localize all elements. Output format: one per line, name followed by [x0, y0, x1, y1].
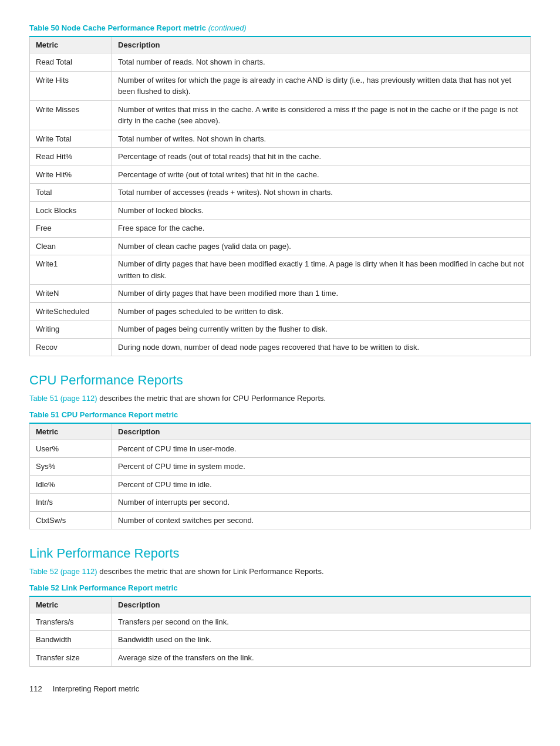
description-cell: Percentage of write (out of total writes… [112, 166, 531, 184]
table50-title: Table 50 Node Cache Performance Report m… [29, 23, 531, 32]
description-cell: Number of interrupts per second. [112, 494, 531, 512]
table-row: Intr/sNumber of interrupts per second. [30, 494, 531, 512]
table-row: Read TotalTotal number of reads. Not sho… [30, 53, 531, 72]
metric-cell: Write Hit% [30, 166, 112, 184]
table52: Metric Description Transfers/sTransfers … [29, 596, 531, 667]
description-cell: During node down, number of dead node pa… [112, 338, 531, 356]
metric-cell: Total [30, 184, 112, 202]
table-row: Sys%Percent of CPU time in system mode. [30, 458, 531, 476]
table51-title: Table 51 CPU Performance Report metric [29, 410, 531, 419]
description-cell: Percentage of reads (out of total reads)… [112, 148, 531, 166]
link-intro: Table 52 (page 112) describes the metric… [29, 566, 531, 578]
metric-cell: Transfer size [30, 649, 112, 667]
table-row: TotalTotal number of accesses (reads + w… [30, 184, 531, 202]
table51: Metric Description User%Percent of CPU t… [29, 423, 531, 530]
table51-col-description: Description [112, 423, 531, 440]
metric-cell: Sys% [30, 458, 112, 476]
description-cell: Free space for the cache. [112, 220, 531, 238]
metric-cell: Read Total [30, 53, 112, 72]
table52-title: Table 52 Link Performance Report metric [29, 583, 531, 592]
metric-cell: Read Hit% [30, 148, 112, 166]
metric-cell: Bandwidth [30, 631, 112, 649]
description-cell: Bandwidth used on the link. [112, 631, 531, 649]
table-row: Write HitsNumber of writes for which the… [30, 71, 531, 100]
table-row: Lock BlocksNumber of locked blocks. [30, 201, 531, 220]
description-cell: Transfers per second on the link. [112, 613, 531, 631]
description-cell: Number of pages scheduled to be written … [112, 302, 531, 320]
cpu-section-heading: CPU Performance Reports [29, 373, 531, 388]
table-row: WriteScheduledNumber of pages scheduled … [30, 302, 531, 320]
table-row: WriteNNumber of dirty pages that have be… [30, 285, 531, 303]
cpu-intro-link[interactable]: Table 51 (page 112) [29, 394, 97, 403]
metric-cell: Recov [30, 338, 112, 356]
table50-col-metric: Metric [30, 36, 112, 53]
description-cell: Number of context switches per second. [112, 511, 531, 529]
metric-cell: Intr/s [30, 494, 112, 512]
table-row: RecovDuring node down, number of dead no… [30, 338, 531, 356]
metric-cell: CtxtSw/s [30, 511, 112, 529]
table-row: Read Hit%Percentage of reads (out of tot… [30, 148, 531, 166]
table-row: Transfers/sTransfers per second on the l… [30, 613, 531, 631]
metric-cell: Writing [30, 320, 112, 339]
metric-cell: Clean [30, 237, 112, 255]
table-row: Write TotalTotal number of writes. Not s… [30, 130, 531, 148]
cpu-intro: Table 51 (page 112) describes the metric… [29, 393, 531, 404]
table-row: Write1Number of dirty pages that have be… [30, 255, 531, 285]
metric-cell: Free [30, 220, 112, 238]
page-number: 112 [29, 684, 42, 693]
description-cell: Number of dirty pages that have been mod… [112, 255, 531, 285]
description-cell: Total number of accesses (reads + writes… [112, 184, 531, 202]
table-row: Transfer sizeAverage size of the transfe… [30, 649, 531, 667]
description-cell: Number of dirty pages that have been mod… [112, 285, 531, 303]
description-cell: Percent of CPU time in idle. [112, 475, 531, 494]
table-row: BandwidthBandwidth used on the link. [30, 631, 531, 649]
page-label: Interpreting Report metric [53, 684, 139, 693]
description-cell: Number of pages being currently written … [112, 320, 531, 339]
metric-cell: Write Hits [30, 71, 112, 100]
metric-cell: Write Total [30, 130, 112, 148]
link-section-heading: Link Performance Reports [29, 546, 531, 561]
metric-cell: WriteN [30, 285, 112, 303]
table50: Metric Description Read TotalTotal numbe… [29, 36, 531, 356]
page-footer: 112 Interpreting Report metric [29, 684, 531, 693]
description-cell: Number of clean cache pages (valid data … [112, 237, 531, 255]
metric-cell: Write Misses [30, 100, 112, 130]
metric-cell: Idle% [30, 475, 112, 494]
metric-cell: Lock Blocks [30, 201, 112, 220]
description-cell: Total number of writes. Not shown in cha… [112, 130, 531, 148]
table-row: User%Percent of CPU time in user-mode. [30, 440, 531, 458]
table-row: FreeFree space for the cache. [30, 220, 531, 238]
table52-col-metric: Metric [30, 596, 112, 613]
metric-cell: User% [30, 440, 112, 458]
table-row: Write MissesNumber of writes that miss i… [30, 100, 531, 130]
description-cell: Number of writes for which the page is a… [112, 71, 531, 100]
table51-col-metric: Metric [30, 423, 112, 440]
description-cell: Number of locked blocks. [112, 201, 531, 220]
description-cell: Total number of reads. Not shown in char… [112, 53, 531, 72]
metric-cell: Transfers/s [30, 613, 112, 631]
table50-col-description: Description [112, 36, 531, 53]
link-intro-link[interactable]: Table 52 (page 112) [29, 567, 97, 576]
table-row: Idle%Percent of CPU time in idle. [30, 475, 531, 494]
table-row: WritingNumber of pages being currently w… [30, 320, 531, 339]
description-cell: Percent of CPU time in system mode. [112, 458, 531, 476]
table52-col-description: Description [112, 596, 531, 613]
description-cell: Average size of the transfers on the lin… [112, 649, 531, 667]
description-cell: Number of writes that miss in the cache.… [112, 100, 531, 130]
description-cell: Percent of CPU time in user-mode. [112, 440, 531, 458]
table-row: Write Hit%Percentage of write (out of to… [30, 166, 531, 184]
table-row: CleanNumber of clean cache pages (valid … [30, 237, 531, 255]
table-row: CtxtSw/sNumber of context switches per s… [30, 511, 531, 529]
metric-cell: Write1 [30, 255, 112, 285]
metric-cell: WriteScheduled [30, 302, 112, 320]
